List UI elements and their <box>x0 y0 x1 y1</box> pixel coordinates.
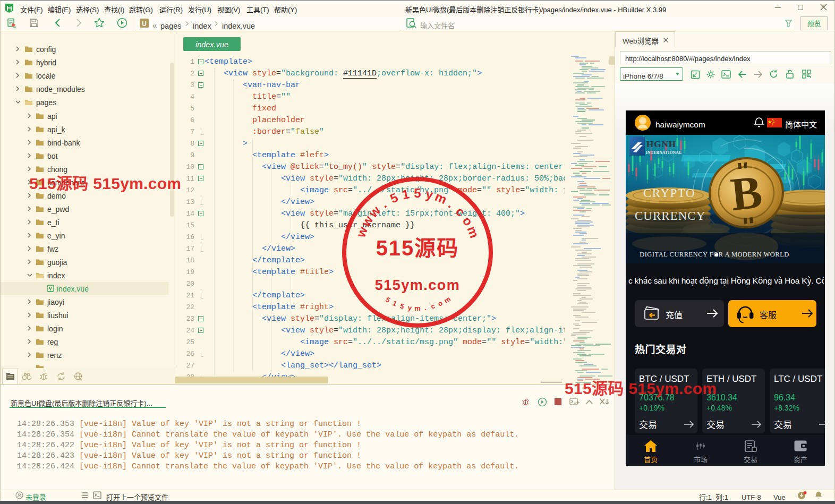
svg-text:m: m <box>442 295 452 305</box>
svg-text:1: 1 <box>391 299 398 308</box>
svg-text:5: 5 <box>384 295 391 304</box>
svg-text:.: . <box>424 304 427 312</box>
svg-text:c: c <box>430 302 436 310</box>
svg-text:m: m <box>433 189 449 207</box>
svg-text:.: . <box>446 197 457 211</box>
svg-text:515ym.com: 515ym.com <box>375 277 461 293</box>
svg-text:m: m <box>464 224 482 240</box>
svg-text:1: 1 <box>401 186 411 202</box>
svg-text:c: c <box>453 204 468 219</box>
svg-text:CRYPTO: CRYPTO <box>643 186 695 200</box>
svg-text:HGNH: HGNH <box>646 139 676 149</box>
svg-text:m: m <box>414 304 421 312</box>
svg-text:515源码: 515源码 <box>376 231 459 262</box>
svg-text:y: y <box>424 186 434 202</box>
svg-text:5: 5 <box>399 302 405 310</box>
svg-text:.: . <box>378 197 389 211</box>
svg-text:5: 5 <box>388 190 400 206</box>
svg-text:CURRENCY: CURRENCY <box>635 209 705 223</box>
svg-text:o: o <box>437 299 444 308</box>
svg-text:y: y <box>407 304 413 312</box>
svg-text:5: 5 <box>414 186 421 200</box>
svg-text:INTERNATIONAL: INTERNATIONAL <box>646 150 682 155</box>
svg-text:DIGITAL CURRENCY FOR A MODERN: DIGITAL CURRENCY FOR A MODERN WORLD <box>640 251 789 258</box>
